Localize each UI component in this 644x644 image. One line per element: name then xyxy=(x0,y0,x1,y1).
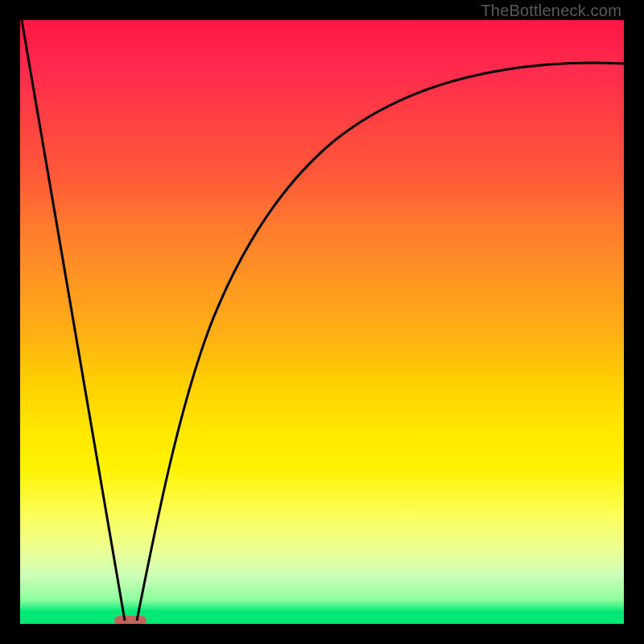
minimum-marker xyxy=(114,616,147,624)
watermark-text: TheBottleneck.com xyxy=(481,2,621,20)
curve-right-branch xyxy=(137,63,624,621)
curve-layer xyxy=(20,20,624,624)
plot-area xyxy=(20,20,624,624)
curve-left-branch xyxy=(22,20,125,621)
chart-frame: TheBottleneck.com xyxy=(0,0,644,644)
